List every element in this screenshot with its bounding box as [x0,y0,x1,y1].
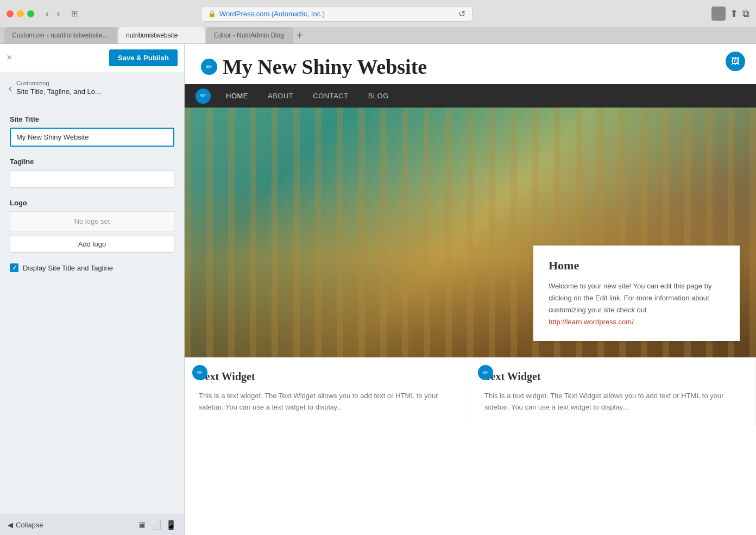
preview-area: ✏ My New Shiny Website 🖼 ✏ HOME ABOUT CO… [185,44,756,535]
widget-1-text: This is a text widget. The Text Widget a… [199,391,456,413]
tagline-input[interactable] [10,170,174,188]
traffic-lights [7,10,34,17]
site-nav: ✏ HOME ABOUT CONTACT BLOG [185,84,756,108]
tab-nutritionistwebsite[interactable]: nutritionistwebsite [118,27,205,43]
add-logo-button[interactable]: Add logo [10,236,174,253]
preview-frame: ✏ My New Shiny Website 🖼 ✏ HOME ABOUT CO… [185,44,756,535]
info-card-link[interactable]: http://learn.wordpress.com/ [549,318,634,326]
info-card-title: Home [549,259,724,273]
address-bar[interactable]: 🔒 WordPress.com (Automattic, Inc.) ↺ [201,6,472,22]
tagline-group: Tagline [10,158,174,188]
collapse-label: Collapse [16,521,43,529]
widget-2-title: Text Widget [484,370,741,383]
section-info: Customizing Site Title, Tagline, and Lo.… [16,80,101,96]
reload-button[interactable]: ↺ [458,9,465,19]
site-title-group: Site Title [10,115,174,147]
desktop-view-button[interactable]: 🖥 [137,520,146,530]
logo-group: Logo No logo set Add logo [10,199,174,253]
close-customizer-button[interactable]: × [7,52,12,64]
fullscreen-button[interactable]: ⧉ [742,8,749,20]
preview-photo-icon[interactable]: 🖼 [726,52,745,71]
section-title: Site Title, Tagline, and Lo... [16,87,101,96]
browser-tabs: Customizer ‹ nutritionistwebsite — WordP… [0,27,756,43]
display-title-checkbox[interactable]: ✓ [10,263,18,272]
tablet-view-button[interactable]: ⬜ [150,520,161,530]
main-area: × Save & Publish ‹ Customizing Site Titl… [0,44,756,535]
nav-buttons: ‹ › [43,7,62,21]
widget-col-2: ✏ Text Widget This is a text widget. The… [470,357,756,426]
share-button[interactable]: ⬆ [730,8,738,20]
titlebar: ‹ › ⊞ 🔒 WordPress.com (Automattic, Inc.)… [0,0,756,27]
view-buttons: 🖥 ⬜ 📱 [137,520,177,530]
nav-home[interactable]: HOME [216,84,258,108]
widget-1-edit-pencil[interactable]: ✏ [192,365,207,380]
customizer-panel: × Save & Publish ‹ Customizing Site Titl… [0,44,185,535]
customizer-body: Site Title Tagline Logo No logo set Add … [0,104,184,514]
new-tab-button[interactable]: + [297,29,303,42]
site-header: ✏ My New Shiny Website 🖼 [185,44,756,84]
tagline-label: Tagline [10,158,174,166]
lock-icon: 🔒 [208,10,216,17]
close-traffic-light[interactable] [7,10,14,17]
tab-customizer[interactable]: Customizer ‹ nutritionistwebsite — WordP… [4,27,117,43]
back-button[interactable]: ‹ [43,7,52,21]
check-mark: ✓ [12,265,17,272]
nav-contact[interactable]: CONTACT [303,84,358,108]
collapse-arrow-icon: ◀ [8,521,13,529]
minimize-traffic-light[interactable] [17,10,24,17]
wp-site: ✏ My New Shiny Website 🖼 ✏ HOME ABOUT CO… [185,44,756,426]
logo-display: No logo set [10,211,174,231]
forward-button[interactable]: › [54,7,62,21]
site-title-display: My New Shiny Website [223,55,427,79]
browser-chrome: ‹ › ⊞ 🔒 WordPress.com (Automattic, Inc.)… [0,0,756,44]
info-card-text: Welcome to your new site! You can edit t… [549,280,724,328]
extension-icon[interactable] [711,7,726,21]
customizer-footer: ◀ Collapse 🖥 ⬜ 📱 [0,514,184,535]
hero-container: Home Welcome to your new site! You can e… [185,108,756,357]
nav-about[interactable]: ABOUT [258,84,303,108]
header-edit-pencil[interactable]: ✏ [201,59,217,75]
widgets-row: ✏ Text Widget This is a text widget. The… [185,357,756,426]
customizing-label: Customizing [16,80,101,86]
logo-label: Logo [10,199,174,207]
nav-blog[interactable]: BLOG [358,84,399,108]
site-title-input[interactable] [10,128,174,147]
address-text: WordPress.com (Automattic, Inc.) [219,10,325,18]
tab-editor[interactable]: Editor - NutriAdmin Blog [206,27,293,43]
mobile-view-button[interactable]: 📱 [166,520,177,530]
back-section: ‹ Customizing Site Title, Tagline, and L… [0,72,184,104]
widget-col-1: ✏ Text Widget This is a text widget. The… [185,357,470,426]
customizer-header: × Save & Publish [0,44,184,72]
browser-right-actions: ⬆ ⧉ [711,7,749,21]
display-title-label: Display Site Title and Tagline [23,264,113,272]
tab-overview-button[interactable]: ⊞ [71,9,78,18]
widget-2-text: This is a text widget. The Text Widget a… [484,391,741,413]
save-publish-button[interactable]: Save & Publish [109,49,178,66]
nav-edit-pencil[interactable]: ✏ [196,89,211,104]
back-button[interactable]: ‹ [9,83,12,94]
info-card: Home Welcome to your new site! You can e… [533,246,740,341]
site-title-label: Site Title [10,115,174,123]
widget-2-edit-pencil[interactable]: ✏ [478,365,493,380]
display-title-checkbox-row: ✓ Display Site Title and Tagline [10,263,174,272]
maximize-traffic-light[interactable] [27,10,34,17]
collapse-button[interactable]: ◀ Collapse [8,521,43,529]
widget-1-title: Text Widget [199,370,456,383]
